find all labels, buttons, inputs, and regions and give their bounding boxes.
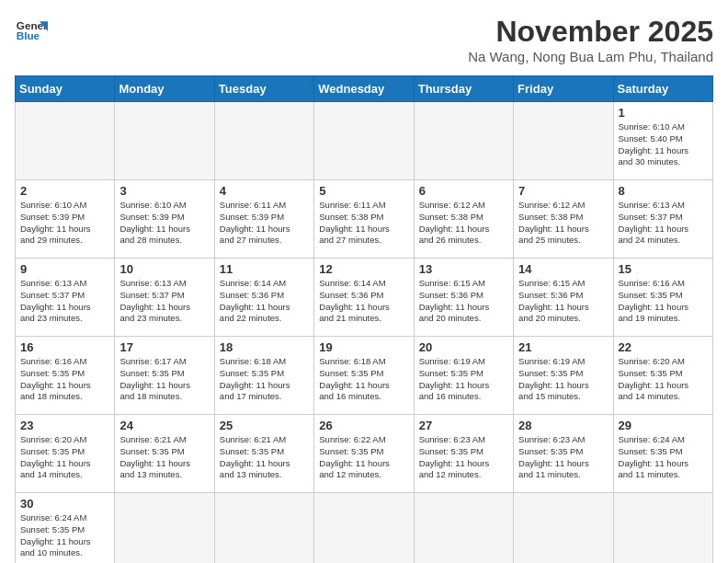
title-block: November 2025 Na Wang, Nong Bua Lam Phu,… <box>468 15 713 64</box>
weekday-header-row: SundayMondayTuesdayWednesdayThursdayFrid… <box>16 76 713 102</box>
day-number: 11 <box>220 262 309 276</box>
calendar-cell: 14Sunrise: 6:15 AMSunset: 5:36 PMDayligh… <box>514 259 613 337</box>
day-number: 2 <box>20 184 109 198</box>
calendar-cell: 5Sunrise: 6:11 AMSunset: 5:38 PMDaylight… <box>314 180 414 259</box>
calendar-row: 30Sunrise: 6:24 AMSunset: 5:35 PMDayligh… <box>16 493 713 564</box>
day-info: Sunrise: 6:22 AMSunset: 5:35 PMDaylight:… <box>319 434 408 481</box>
weekday-header-thursday: Thursday <box>414 76 513 102</box>
day-info: Sunrise: 6:21 AMSunset: 5:35 PMDaylight:… <box>220 434 309 481</box>
day-info: Sunrise: 6:24 AMSunset: 5:35 PMDaylight:… <box>20 512 109 559</box>
day-info: Sunrise: 6:11 AMSunset: 5:38 PMDaylight:… <box>319 200 408 247</box>
day-number: 22 <box>619 340 708 354</box>
day-number: 19 <box>319 340 408 354</box>
day-info: Sunrise: 6:13 AMSunset: 5:37 PMDaylight:… <box>20 278 109 325</box>
day-info: Sunrise: 6:19 AMSunset: 5:35 PMDaylight:… <box>419 356 508 403</box>
day-info: Sunrise: 6:12 AMSunset: 5:38 PMDaylight:… <box>419 200 508 247</box>
calendar-cell: 3Sunrise: 6:10 AMSunset: 5:39 PMDaylight… <box>115 180 214 259</box>
calendar-cell: 27Sunrise: 6:23 AMSunset: 5:35 PMDayligh… <box>414 415 513 493</box>
day-info: Sunrise: 6:24 AMSunset: 5:35 PMDaylight:… <box>619 434 708 481</box>
calendar-cell <box>214 493 313 564</box>
calendar-row: 9Sunrise: 6:13 AMSunset: 5:37 PMDaylight… <box>16 259 713 337</box>
day-number: 28 <box>518 419 608 432</box>
day-info: Sunrise: 6:13 AMSunset: 5:37 PMDaylight:… <box>119 278 209 325</box>
day-number: 10 <box>119 262 209 276</box>
logo: General Blue <box>15 15 48 48</box>
day-number: 30 <box>20 497 109 511</box>
calendar-row: 16Sunrise: 6:16 AMSunset: 5:35 PMDayligh… <box>16 337 713 415</box>
calendar-cell <box>115 102 214 180</box>
day-number: 9 <box>20 262 109 276</box>
day-info: Sunrise: 6:16 AMSunset: 5:35 PMDaylight:… <box>20 356 109 403</box>
calendar-cell: 24Sunrise: 6:21 AMSunset: 5:35 PMDayligh… <box>115 415 214 493</box>
day-info: Sunrise: 6:17 AMSunset: 5:35 PMDaylight:… <box>119 356 209 403</box>
logo-icon: General Blue <box>15 15 48 48</box>
day-number: 6 <box>419 184 508 198</box>
day-info: Sunrise: 6:23 AMSunset: 5:35 PMDaylight:… <box>419 434 508 481</box>
day-info: Sunrise: 6:11 AMSunset: 5:39 PMDaylight:… <box>220 200 309 247</box>
day-number: 8 <box>619 184 708 198</box>
calendar-cell: 4Sunrise: 6:11 AMSunset: 5:39 PMDaylight… <box>214 180 313 259</box>
day-info: Sunrise: 6:18 AMSunset: 5:35 PMDaylight:… <box>220 356 309 403</box>
day-info: Sunrise: 6:10 AMSunset: 5:40 PMDaylight:… <box>619 121 708 168</box>
day-number: 23 <box>20 419 109 432</box>
calendar-cell <box>16 102 115 180</box>
day-number: 15 <box>619 262 708 276</box>
weekday-header-friday: Friday <box>514 76 613 102</box>
calendar-cell: 2Sunrise: 6:10 AMSunset: 5:39 PMDaylight… <box>16 180 115 259</box>
calendar-cell: 23Sunrise: 6:20 AMSunset: 5:35 PMDayligh… <box>16 415 115 493</box>
calendar-cell <box>613 493 712 564</box>
day-info: Sunrise: 6:10 AMSunset: 5:39 PMDaylight:… <box>20 200 109 247</box>
weekday-header-saturday: Saturday <box>613 76 712 102</box>
day-info: Sunrise: 6:18 AMSunset: 5:35 PMDaylight:… <box>319 356 408 403</box>
day-info: Sunrise: 6:19 AMSunset: 5:35 PMDaylight:… <box>518 356 608 403</box>
calendar-cell: 26Sunrise: 6:22 AMSunset: 5:35 PMDayligh… <box>314 415 414 493</box>
day-info: Sunrise: 6:20 AMSunset: 5:35 PMDaylight:… <box>20 434 109 481</box>
day-number: 7 <box>518 184 608 198</box>
calendar-cell: 9Sunrise: 6:13 AMSunset: 5:37 PMDaylight… <box>16 259 115 337</box>
day-number: 25 <box>220 419 309 432</box>
calendar-cell <box>314 493 414 564</box>
day-number: 27 <box>419 419 508 432</box>
day-number: 21 <box>518 340 608 354</box>
day-info: Sunrise: 6:13 AMSunset: 5:37 PMDaylight:… <box>619 200 708 247</box>
calendar-cell: 15Sunrise: 6:16 AMSunset: 5:35 PMDayligh… <box>613 259 712 337</box>
calendar-cell: 29Sunrise: 6:24 AMSunset: 5:35 PMDayligh… <box>613 415 712 493</box>
calendar-cell: 20Sunrise: 6:19 AMSunset: 5:35 PMDayligh… <box>414 337 513 415</box>
day-number: 24 <box>119 419 209 432</box>
day-info: Sunrise: 6:12 AMSunset: 5:38 PMDaylight:… <box>518 200 608 247</box>
calendar-cell: 18Sunrise: 6:18 AMSunset: 5:35 PMDayligh… <box>214 337 313 415</box>
day-info: Sunrise: 6:21 AMSunset: 5:35 PMDaylight:… <box>119 434 209 481</box>
calendar-cell: 28Sunrise: 6:23 AMSunset: 5:35 PMDayligh… <box>514 415 613 493</box>
day-info: Sunrise: 6:15 AMSunset: 5:36 PMDaylight:… <box>419 278 508 325</box>
calendar-cell: 8Sunrise: 6:13 AMSunset: 5:37 PMDaylight… <box>613 180 712 259</box>
day-number: 1 <box>619 106 708 120</box>
day-info: Sunrise: 6:23 AMSunset: 5:35 PMDaylight:… <box>518 434 608 481</box>
calendar-cell <box>115 493 214 564</box>
calendar-cell: 11Sunrise: 6:14 AMSunset: 5:36 PMDayligh… <box>214 259 313 337</box>
day-info: Sunrise: 6:10 AMSunset: 5:39 PMDaylight:… <box>119 200 209 247</box>
calendar-cell: 10Sunrise: 6:13 AMSunset: 5:37 PMDayligh… <box>115 259 214 337</box>
day-number: 12 <box>319 262 408 276</box>
calendar-cell: 13Sunrise: 6:15 AMSunset: 5:36 PMDayligh… <box>414 259 513 337</box>
calendar-cell: 17Sunrise: 6:17 AMSunset: 5:35 PMDayligh… <box>115 337 214 415</box>
day-number: 26 <box>319 419 408 432</box>
day-info: Sunrise: 6:14 AMSunset: 5:36 PMDaylight:… <box>319 278 408 325</box>
calendar-cell: 22Sunrise: 6:20 AMSunset: 5:35 PMDayligh… <box>613 337 712 415</box>
day-number: 13 <box>419 262 508 276</box>
day-number: 17 <box>119 340 209 354</box>
day-number: 16 <box>20 340 109 354</box>
day-info: Sunrise: 6:20 AMSunset: 5:35 PMDaylight:… <box>619 356 708 403</box>
calendar-cell <box>414 493 513 564</box>
svg-text:Blue: Blue <box>17 29 40 41</box>
weekday-header-wednesday: Wednesday <box>314 76 414 102</box>
calendar-cell: 21Sunrise: 6:19 AMSunset: 5:35 PMDayligh… <box>514 337 613 415</box>
calendar-cell: 16Sunrise: 6:16 AMSunset: 5:35 PMDayligh… <box>16 337 115 415</box>
weekday-header-tuesday: Tuesday <box>214 76 313 102</box>
calendar-cell <box>314 102 414 180</box>
calendar-row: 23Sunrise: 6:20 AMSunset: 5:35 PMDayligh… <box>16 415 713 493</box>
day-number: 29 <box>619 419 708 432</box>
day-info: Sunrise: 6:16 AMSunset: 5:35 PMDaylight:… <box>619 278 708 325</box>
page-header: General Blue November 2025 Na Wang, Nong… <box>15 15 713 64</box>
weekday-header-monday: Monday <box>115 76 214 102</box>
day-number: 20 <box>419 340 508 354</box>
